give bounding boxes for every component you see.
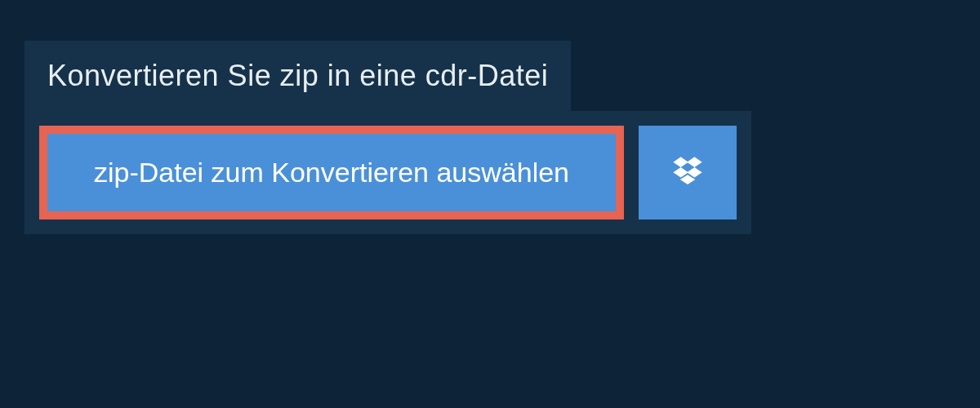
svg-marker-0 — [673, 157, 688, 167]
dropbox-button[interactable] — [639, 126, 737, 220]
svg-marker-1 — [687, 157, 702, 167]
dropbox-icon — [670, 154, 705, 191]
page-title: Konvertieren Sie zip in eine cdr-Datei — [47, 59, 548, 93]
title-wrapper: Konvertieren Sie zip in eine cdr-Datei — [24, 41, 571, 111]
action-row: zip-Datei zum Konvertieren auswählen — [24, 111, 751, 234]
select-file-button[interactable]: zip-Datei zum Konvertieren auswählen — [39, 126, 624, 220]
converter-panel: Konvertieren Sie zip in eine cdr-Datei z… — [0, 0, 980, 275]
